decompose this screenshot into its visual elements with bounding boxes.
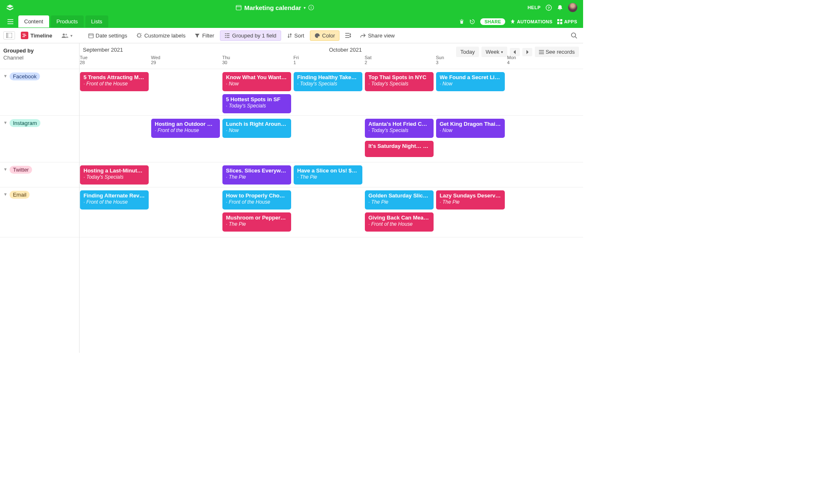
timeline-card[interactable]: Atlanta's Hot Fried Chicken Central· Tod…	[365, 119, 434, 138]
help-icon[interactable]: ?	[546, 5, 552, 11]
base-title[interactable]: Marketing calendar	[244, 4, 301, 11]
day-header: Thu30	[222, 55, 294, 65]
timeline-card[interactable]: Finding Alternate Revenue Streams· Front…	[80, 190, 149, 210]
timeline-card[interactable]: 5 Trends Attracting Millennials· Front o…	[80, 72, 149, 91]
timeline-card[interactable]: It's Saturday Night… · Now	[365, 141, 434, 157]
tab-content[interactable]: Content	[18, 15, 49, 27]
timeline-grid: September 2021 October 2021 Tue28Wed29Th…	[80, 43, 583, 353]
people-button[interactable]: ▾	[58, 31, 76, 40]
tab-products[interactable]: Products	[51, 15, 84, 27]
table-tabs: Content Products Lists SHARE AUTOMATIONS…	[0, 15, 583, 28]
svg-point-18	[571, 33, 576, 37]
view-switcher[interactable]: Timeline	[17, 30, 56, 41]
sort-button[interactable]: Sort	[284, 31, 308, 40]
svg-point-3	[311, 6, 312, 7]
group-chip: Twitter	[10, 166, 32, 174]
chevron-down-icon: ▼	[3, 74, 7, 78]
timeline-card[interactable]: Slices. Slices Everywhere!· The Pie	[222, 165, 291, 185]
svg-rect-10	[560, 22, 562, 24]
tab-lists[interactable]: Lists	[85, 15, 108, 27]
filter-button[interactable]: Filter	[191, 31, 217, 40]
svg-rect-7	[557, 19, 559, 21]
timeline-card[interactable]: How to Properly Choose Your Bread· Front…	[222, 190, 291, 210]
timeline-card[interactable]: Hosting a Last-Minute BBQ· Today's Speci…	[80, 165, 149, 185]
see-records-button[interactable]: See records	[535, 47, 579, 57]
prev-button[interactable]	[510, 48, 520, 56]
apps-button[interactable]: APPS	[557, 19, 577, 24]
grouped-by-field: Channel	[3, 55, 76, 61]
group-chip: Email	[10, 191, 30, 199]
chevron-down-icon: ▼	[3, 167, 7, 172]
share-view-button[interactable]: Share view	[357, 31, 398, 40]
timeline-card[interactable]: Have a Slice on Us! $10 Credit· The Pie	[294, 165, 362, 185]
chevron-down-icon[interactable]: ▾	[304, 5, 306, 10]
timeline-card[interactable]: 5 Hottest Spots in SF· Today's Specials	[222, 94, 291, 113]
search-icon[interactable]	[571, 32, 580, 39]
svg-rect-8	[560, 19, 562, 21]
group-chip: Instagram	[10, 119, 40, 127]
trash-icon[interactable]	[459, 19, 464, 24]
svg-rect-0	[236, 5, 241, 10]
svg-rect-4	[311, 7, 312, 9]
group-header-facebook[interactable]: ▼ Facebook	[0, 69, 79, 116]
sidebar-toggle[interactable]	[3, 31, 15, 40]
timeline-card[interactable]: Mushroom or Pepperoni?· The Pie	[222, 212, 291, 232]
chevron-down-icon: ▼	[3, 192, 7, 197]
svg-rect-9	[557, 22, 559, 24]
share-button[interactable]: SHARE	[480, 18, 505, 25]
group-header-twitter[interactable]: ▼ Twitter	[0, 162, 79, 187]
color-button[interactable]: Color	[310, 30, 339, 41]
day-header: Sat2	[365, 55, 436, 65]
timeline-card[interactable]: Lunch is Right Around the Corner· Now	[222, 119, 291, 138]
group-chip: Facebook	[10, 72, 40, 80]
timeline-card[interactable]: Golden Saturday Slices - Only $· The Pie	[365, 190, 434, 210]
group-sidebar: Grouped by Channel ▼ Facebook ▼ Instagra…	[0, 43, 80, 353]
date-settings-button[interactable]: Date settings	[85, 31, 131, 40]
chevron-down-icon: ▼	[3, 120, 7, 125]
day-header: Wed29	[151, 55, 222, 65]
month-label: October 2021	[329, 47, 362, 53]
timeline-card[interactable]: Lazy Sundays Deserve A Slice· The Pie	[436, 190, 505, 210]
grouped-by-button[interactable]: Grouped by 1 field	[220, 30, 281, 41]
avatar[interactable]	[568, 3, 577, 12]
help-link[interactable]: HELP	[528, 5, 541, 10]
svg-rect-12	[6, 33, 8, 38]
timeline-card[interactable]: Finding Healthy Takeout in Seattle· Toda…	[294, 72, 362, 91]
day-header: Tue28	[80, 55, 151, 65]
timeline-card[interactable]: We Found a Secret Little Gem· Now	[436, 72, 505, 91]
month-label: September 2021	[83, 47, 123, 53]
logo-icon[interactable]	[6, 3, 14, 12]
hamburger-icon[interactable]	[3, 15, 17, 28]
bell-icon[interactable]	[557, 5, 563, 11]
calendar-icon	[236, 5, 242, 10]
app-header: Marketing calendar ▾ HELP ?	[0, 0, 583, 15]
timeline-card[interactable]: Giving Back Can Mean More Profits· Front…	[365, 212, 434, 232]
automations-button[interactable]: AUTOMATIONS	[510, 19, 552, 24]
view-toolbar: Timeline ▾ Date settings Customize label…	[0, 28, 583, 43]
week-dropdown[interactable]: Week▾	[481, 47, 507, 57]
svg-rect-15	[89, 34, 93, 38]
timeline-card[interactable]: Hosting an Outdoor Event· Front of the H…	[151, 119, 220, 138]
timeline-card[interactable]: Know What You Want Yet?· Now	[222, 72, 291, 91]
timeline-card[interactable]: Top Thai Spots in NYC· Today's Specials	[365, 72, 434, 91]
group-header-instagram[interactable]: ▼ Instagram	[0, 116, 79, 162]
grouped-by-label: Grouped by	[3, 47, 76, 54]
timeline-icon	[21, 32, 28, 39]
svg-point-14	[65, 34, 67, 35]
next-button[interactable]	[522, 48, 532, 56]
today-button[interactable]: Today	[456, 47, 479, 57]
svg-text:?: ?	[548, 6, 550, 10]
customize-labels-button[interactable]: Customize labels	[133, 31, 189, 40]
row-height-button[interactable]	[342, 31, 354, 40]
svg-line-19	[575, 37, 577, 38]
svg-point-13	[62, 33, 65, 35]
history-icon[interactable]	[469, 19, 475, 25]
group-header-email[interactable]: ▼ Email	[0, 187, 79, 237]
day-header: Fri1	[294, 55, 365, 65]
info-icon[interactable]	[308, 5, 314, 10]
timeline-card[interactable]: Get King Dragon Thai in 5 Minutes· Now	[436, 119, 505, 138]
